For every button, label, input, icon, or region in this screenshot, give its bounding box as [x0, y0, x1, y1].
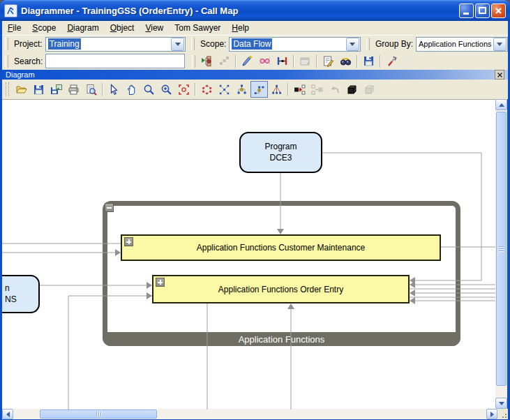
expand-icon[interactable]	[156, 278, 165, 287]
navigate-into-icon[interactable]	[291, 81, 308, 98]
notes-icon[interactable]	[320, 53, 337, 70]
search-label: Search:	[11, 57, 45, 66]
horizontal-scroll-thumb[interactable]	[40, 410, 157, 419]
scope-value: Data Flow	[232, 38, 272, 50]
diagram-panel-title: Diagram	[6, 70, 35, 79]
toolbar-separator	[235, 55, 237, 68]
toolbar-grip	[5, 38, 8, 50]
project-label: Project:	[11, 39, 45, 49]
zoom-area-icon[interactable]	[175, 81, 193, 98]
menu-diagram[interactable]: Diagram	[61, 21, 104, 35]
expand-icon[interactable]	[124, 237, 133, 246]
node-clipped[interactable]: n NS	[2, 275, 40, 313]
toolbar-grip	[6, 82, 9, 96]
toolbar-separator	[357, 55, 358, 68]
menu-scope[interactable]: Scope	[27, 21, 61, 35]
toolbar-separator	[287, 83, 289, 96]
function-order-entry[interactable]: Application Functions Order Entry	[152, 275, 410, 303]
search-toolbar: Search:	[2, 52, 508, 70]
expand-tree-icon[interactable]	[198, 53, 216, 70]
scope-combobox[interactable]: Data Flow	[229, 37, 361, 52]
diagram-panel-header: Diagram	[2, 70, 508, 80]
toolbar-separator	[380, 55, 381, 68]
menu-tom-sawyer[interactable]: Tom Sawyer	[169, 21, 226, 35]
properties-icon[interactable]	[297, 53, 314, 70]
save-icon[interactable]	[30, 81, 47, 98]
panel-close-icon[interactable]	[495, 70, 504, 80]
chevron-down-icon[interactable]	[346, 38, 359, 51]
toolbar-grip	[5, 55, 8, 68]
collapse-tree-icon[interactable]	[216, 53, 233, 70]
hierarchical-layout-icon[interactable]	[233, 81, 250, 98]
scroll-right-icon[interactable]	[486, 409, 497, 419]
search-input[interactable]	[45, 54, 185, 68]
chevron-down-icon[interactable]	[171, 38, 184, 51]
span-icon[interactable]	[273, 53, 291, 70]
select-icon[interactable]	[105, 81, 123, 98]
menu-bar: File Scope Diagram Object View Tom Sawye…	[2, 21, 508, 35]
edit-diagram-icon[interactable]	[239, 53, 256, 70]
collapse-group-icon[interactable]	[105, 203, 114, 212]
chevron-down-icon[interactable]	[493, 38, 507, 51]
project-toolbar: Project: Training Scope: Data Flow Group…	[2, 35, 508, 52]
menu-object[interactable]: Object	[105, 21, 140, 35]
toolbar-grip	[366, 38, 370, 50]
project-value: Training	[48, 38, 81, 50]
group-by-value: Application Functions	[419, 40, 492, 48]
toolbar-separator	[195, 83, 196, 96]
menu-help[interactable]: Help	[226, 21, 255, 35]
circular-layout-icon[interactable]	[198, 81, 216, 98]
tools-icon[interactable]	[383, 53, 400, 70]
function-customer-maintenance[interactable]: Application Functions Customer Maintenan…	[121, 234, 441, 261]
maximize-button[interactable]	[475, 3, 490, 18]
export-image-icon[interactable]	[47, 81, 65, 98]
title-bar: Diagrammer - TrainingGSS (OrderEntry) - …	[0, 0, 510, 21]
navigate-out-icon[interactable]	[308, 81, 326, 98]
package-icon[interactable]	[343, 81, 361, 98]
zoom-in-icon[interactable]	[158, 81, 175, 98]
package-alt-icon[interactable]	[361, 81, 378, 98]
app-window: Diagrammer - TrainingGSS (OrderEntry) - …	[0, 0, 510, 420]
toolbar-separator	[293, 55, 294, 68]
diagram-toolbar	[2, 80, 508, 99]
undo-icon[interactable]	[326, 81, 343, 98]
scroll-up-icon[interactable]	[495, 99, 507, 110]
group-by-label: Group By:	[373, 39, 416, 49]
tree-layout-icon[interactable]	[268, 81, 285, 98]
vertical-scrollbar[interactable]	[495, 99, 507, 409]
browse-icon[interactable]	[337, 53, 354, 70]
save-icon[interactable]	[360, 53, 377, 70]
zoom-icon[interactable]	[140, 81, 158, 98]
vertical-scroll-thumb[interactable]	[496, 112, 507, 386]
toolbar-grip	[192, 55, 195, 68]
close-button[interactable]	[491, 3, 506, 18]
scroll-down-icon[interactable]	[495, 398, 507, 409]
toolbar-grip	[191, 38, 195, 50]
window-title: Diagrammer - TrainingGSS (OrderEntry) - …	[21, 6, 459, 16]
scope-label: Scope:	[197, 39, 229, 49]
print-icon[interactable]	[65, 81, 82, 98]
link-icon[interactable]	[256, 53, 273, 70]
menu-view[interactable]: View	[140, 21, 169, 35]
diagram-canvas[interactable]: Application Functions	[2, 99, 495, 410]
group-by-combobox[interactable]: Application Functions	[416, 37, 508, 52]
project-combobox[interactable]: Training	[45, 37, 186, 52]
minimize-button[interactable]	[459, 3, 474, 18]
open-icon[interactable]	[13, 81, 30, 98]
symmetric-layout-icon[interactable]	[216, 81, 233, 98]
pan-icon[interactable]	[123, 81, 140, 98]
horizontal-scrollbar[interactable]	[2, 409, 508, 419]
scroll-left-icon[interactable]	[2, 409, 13, 419]
toolbar-separator	[316, 55, 317, 68]
menu-file[interactable]: File	[2, 21, 27, 35]
orthogonal-layout-icon[interactable]	[250, 81, 268, 98]
node-program-dce3[interactable]: Program DCE3	[239, 132, 322, 173]
toolbar-separator	[102, 83, 103, 96]
app-icon	[4, 4, 17, 17]
print-preview-icon[interactable]	[82, 81, 100, 98]
resize-grip-icon[interactable]	[497, 409, 508, 419]
